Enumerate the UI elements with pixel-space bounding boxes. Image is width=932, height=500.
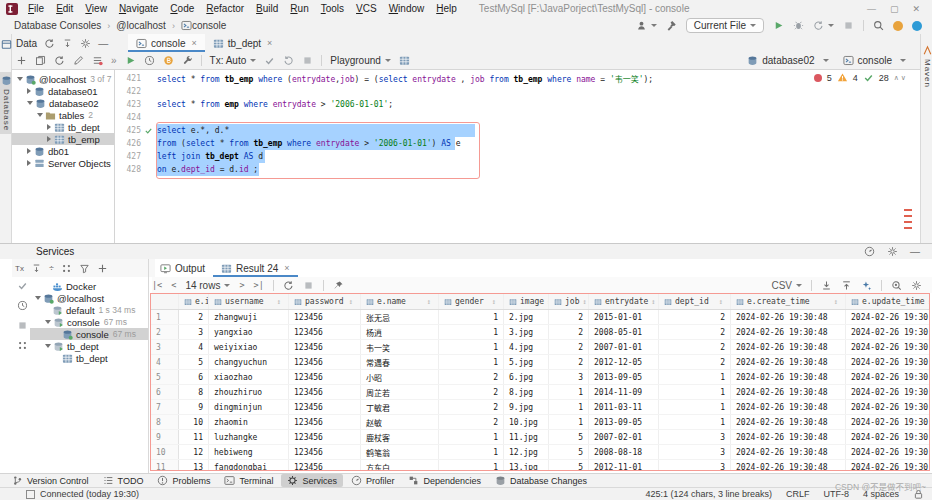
stop-query-icon[interactable]: [302, 55, 313, 66]
grid-cell[interactable]: 张无忌: [361, 310, 439, 324]
grid-cell[interactable]: 12: [179, 445, 209, 459]
grid-cell[interactable]: 1: [549, 415, 589, 429]
next-page-icon[interactable]: >: [239, 280, 244, 290]
grid-cell[interactable]: 123456: [289, 460, 361, 471]
grid-cell[interactable]: 2: [439, 370, 504, 384]
services-tree-item-tb_dept[interactable]: tb_dept: [30, 352, 148, 364]
commit-icon[interactable]: [264, 55, 275, 66]
toolwindow-profiler[interactable]: Profiler: [345, 474, 401, 487]
sort-icon[interactable]: ↕: [582, 298, 588, 306]
grid-icon[interactable]: [17, 340, 28, 351]
stop-result-icon[interactable]: [303, 280, 314, 291]
close-tab-icon[interactable]: ×: [191, 38, 196, 48]
grid-cell[interactable]: 2024-02-26 19:30:48: [846, 340, 930, 354]
menu-window[interactable]: Window: [383, 3, 431, 14]
grid-cell[interactable]: 2011-03-11: [589, 400, 659, 414]
layout-options-icon[interactable]: [864, 246, 875, 257]
execute-button[interactable]: [125, 55, 136, 66]
grid-cell[interactable]: 13.jpg: [504, 460, 549, 471]
playground-mode-select[interactable]: Playground: [330, 55, 391, 66]
database-stripe-button[interactable]: Database: [0, 72, 12, 134]
clock-icon[interactable]: [17, 300, 28, 311]
import-upload-icon[interactable]: [841, 280, 852, 291]
sort-icon[interactable]: ↕: [349, 298, 355, 306]
row-number[interactable]: 3: [151, 340, 179, 354]
grid-cell[interactable]: 2: [439, 385, 504, 399]
grid-cell[interactable]: 3.jpg: [504, 325, 549, 339]
grid-cell[interactable]: 2: [549, 355, 589, 369]
db-tree-item-Server Objects[interactable]: Server Objects: [12, 157, 114, 169]
grid-cell[interactable]: 2024-02-26 19:30:48: [846, 400, 930, 414]
grid-cell[interactable]: 2: [659, 310, 731, 324]
menu-refactor[interactable]: Refactor: [200, 3, 250, 14]
chevron-right-icon[interactable]: [27, 148, 31, 154]
db-tree-item-database02[interactable]: database02: [12, 97, 114, 109]
grid-cell[interactable]: 1: [549, 385, 589, 399]
grid-cell[interactable]: 3: [659, 430, 731, 444]
row-number[interactable]: 2: [151, 325, 179, 339]
hide-services-icon[interactable]: —: [910, 246, 920, 257]
grid-cell[interactable]: 赵敏: [361, 415, 439, 429]
grid-cell[interactable]: 丁敏君: [361, 400, 439, 414]
grid-cell[interactable]: 方东白: [361, 460, 439, 471]
grid-cell[interactable]: 123456: [289, 310, 361, 324]
row-number[interactable]: 9: [151, 430, 179, 444]
caret-position[interactable]: 425:1 (124 chars, 3 line breaks): [645, 489, 772, 499]
editor-line[interactable]: 424: [115, 111, 920, 124]
services-tree-item-Docker[interactable]: Docker: [30, 280, 148, 292]
db-tree-item-database01[interactable]: database01: [12, 85, 114, 97]
menu-build[interactable]: Build: [250, 3, 284, 14]
session-switcher[interactable]: console: [843, 55, 906, 66]
grid-cell[interactable]: 2024-02-26 19:30:48: [846, 415, 930, 429]
grid-cell[interactable]: 2024-02-26 19:30:48: [846, 370, 930, 384]
grid-cell[interactable]: 2: [549, 340, 589, 354]
grid-cell[interactable]: 11.jpg: [504, 430, 549, 444]
grid-cell[interactable]: 2024-02-26 19:30:48: [846, 355, 930, 369]
grid-cell[interactable]: 13: [179, 460, 209, 471]
find-in-grid-icon[interactable]: [891, 280, 902, 291]
row-number[interactable]: 8: [151, 415, 179, 429]
grid-cell[interactable]: fangdongbai: [209, 460, 289, 471]
db-tree-item-db01[interactable]: db01: [12, 145, 114, 157]
grid-cell[interactable]: 123456: [289, 400, 361, 414]
debug-button[interactable]: [793, 20, 804, 31]
grid-cell[interactable]: 123456: [289, 340, 361, 354]
grid-cell[interactable]: 2: [659, 325, 731, 339]
grid-cell[interactable]: 123456: [289, 325, 361, 339]
menu-view[interactable]: View: [79, 3, 113, 14]
grid-cell[interactable]: 10: [179, 415, 209, 429]
grid-cell[interactable]: 2014-11-09: [589, 385, 659, 399]
filter-icon[interactable]: [79, 263, 90, 274]
grid-cell[interactable]: 鹤笔翁: [361, 445, 439, 459]
grid-cell[interactable]: 123456: [289, 370, 361, 384]
grid-cell[interactable]: luzhangke: [209, 430, 289, 444]
grid-cell[interactable]: 1: [439, 430, 504, 444]
grid-cell[interactable]: 123456: [289, 415, 361, 429]
grid-cell[interactable]: 2008-05-01: [589, 325, 659, 339]
chevron-down-icon[interactable]: [45, 320, 51, 324]
grid-cell[interactable]: 3: [179, 325, 209, 339]
grid-cell[interactable]: 2024-02-26 19:30:48: [731, 355, 846, 369]
prev-page-icon[interactable]: <: [171, 280, 176, 290]
close-button[interactable]: ✕: [912, 4, 920, 14]
grid-cell[interactable]: 3: [659, 460, 731, 471]
grid-cell[interactable]: 123456: [289, 430, 361, 444]
grid-cell[interactable]: 2013-09-05: [589, 415, 659, 429]
grid-cell[interactable]: 2024-02-26 19:30:48: [846, 430, 930, 444]
grid-cell[interactable]: 2: [179, 310, 209, 324]
column-header-e.create_time[interactable]: e.create_time↕: [731, 294, 846, 309]
grid-cell[interactable]: 2013-09-05: [589, 370, 659, 384]
chevron-right-icon[interactable]: [47, 136, 51, 142]
sort-icon[interactable]: ↕: [651, 298, 657, 306]
column-header-e.update_time[interactable]: e.update_time↕: [846, 294, 930, 309]
breadcrumb-item[interactable]: Database Consoles: [14, 20, 101, 31]
menu-vcs[interactable]: VCS: [350, 3, 383, 14]
grid-cell[interactable]: 2: [659, 340, 731, 354]
grid-cell[interactable]: 2: [549, 310, 589, 324]
project-stripe-button[interactable]: [0, 36, 12, 53]
column-header-entrydate[interactable]: entrydate↕: [589, 294, 659, 309]
row-number[interactable]: 7: [151, 400, 179, 414]
grid-cell[interactable]: zhangwuji: [209, 310, 289, 324]
search-everywhere-button[interactable]: [873, 20, 884, 31]
grid-cell[interactable]: 1: [659, 385, 731, 399]
